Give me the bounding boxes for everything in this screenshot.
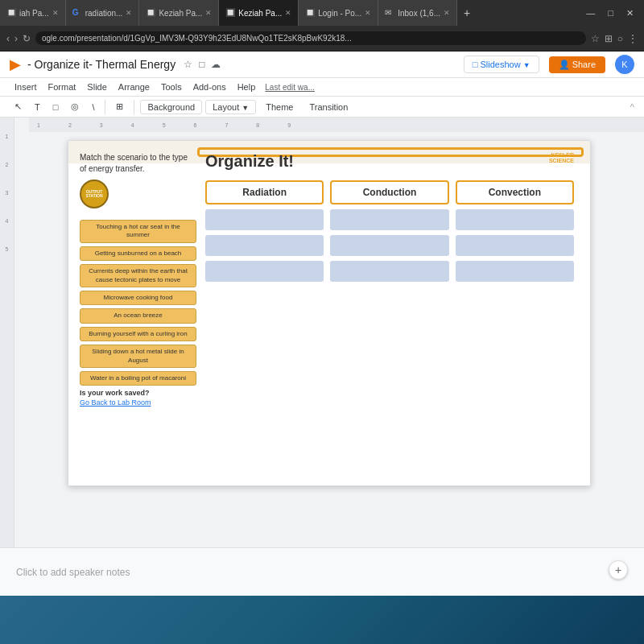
toolbar-text[interactable]: T bbox=[30, 100, 45, 114]
col-radiation: Radiation bbox=[205, 180, 324, 204]
tab-6[interactable]: ✉ Inbox (1,6... ✕ bbox=[378, 0, 457, 26]
tab-4-icon: 🔲 bbox=[225, 8, 235, 18]
menu-arrange[interactable]: Arrange bbox=[114, 80, 155, 94]
scenario-1[interactable]: Touching a hot car seat in the summer bbox=[80, 220, 196, 243]
tab-1[interactable]: 🔲 iah Pa... ✕ bbox=[0, 0, 66, 26]
menu-format[interactable]: Format bbox=[43, 80, 81, 94]
answer-box-2-1[interactable] bbox=[205, 235, 324, 256]
expand-icon[interactable]: ^ bbox=[630, 102, 634, 112]
organize-header: Organize It! KESLER SCIENCE bbox=[205, 152, 574, 171]
organize-title: Organize It! bbox=[205, 152, 294, 171]
transition-button[interactable]: Transition bbox=[303, 101, 354, 114]
scenario-5[interactable]: An ocean breeze bbox=[80, 308, 196, 323]
new-tab-button[interactable]: + bbox=[457, 6, 477, 19]
url-input[interactable] bbox=[35, 31, 586, 45]
tab-5-icon: 🔲 bbox=[305, 8, 315, 18]
drive-icon[interactable]: □ bbox=[197, 57, 206, 72]
extension-icon[interactable]: ⊞ bbox=[605, 33, 613, 44]
toolbar-row: ↖ T □ ◎ \ ⊞ Background Layout ▼ Theme Tr… bbox=[0, 97, 644, 118]
settings-icon[interactable]: ⋮ bbox=[628, 33, 638, 44]
user-avatar[interactable]: K bbox=[615, 55, 634, 74]
answer-box-2-2[interactable] bbox=[330, 235, 448, 256]
toolbar-cursor[interactable]: ↖ bbox=[10, 99, 27, 114]
left-ruler: 1 2 3 4 5 bbox=[0, 118, 14, 596]
answer-box-2-3[interactable] bbox=[456, 235, 574, 256]
ruler-tick-1: 1 bbox=[6, 134, 9, 139]
tab-5[interactable]: 🔲 Login - Po... ✕ bbox=[299, 0, 378, 26]
back-button[interactable]: ‹ bbox=[6, 33, 10, 44]
col-convection: Convection bbox=[456, 180, 574, 204]
menu-tools[interactable]: Tools bbox=[156, 80, 187, 94]
star-icon[interactable]: ☆ bbox=[182, 57, 194, 72]
ruler-tick-2: 2 bbox=[6, 162, 9, 167]
tab-3-close[interactable]: ✕ bbox=[205, 9, 212, 17]
slide-left-column: Match the scenario to the type of energy… bbox=[80, 152, 196, 407]
scenario-7[interactable]: Sliding down a hot metal slide in August bbox=[80, 345, 196, 368]
slides-app: ▶ - Organize it- Thermal Energy ☆ □ ☁ □ … bbox=[0, 52, 644, 596]
go-back-link[interactable]: Go Back to Lab Room bbox=[80, 398, 196, 407]
scenario-8[interactable]: Water in a boiling pot of macaroni bbox=[80, 371, 196, 386]
tab-2-close[interactable]: ✕ bbox=[126, 9, 132, 17]
menu-insert[interactable]: Insert bbox=[10, 80, 42, 94]
tab-6-icon: ✉ bbox=[385, 8, 394, 18]
layout-button[interactable]: Layout ▼ bbox=[205, 100, 256, 114]
refresh-button[interactable]: ↻ bbox=[23, 33, 31, 44]
slideshow-button[interactable]: □ Slideshow ▼ bbox=[464, 56, 539, 73]
last-edit-text[interactable]: Last edit wa... bbox=[265, 83, 315, 92]
answer-box-3-3[interactable] bbox=[456, 261, 574, 282]
tab-4[interactable]: 🔲 Keziah Pa... ✕ bbox=[219, 0, 299, 26]
answer-box-1-2[interactable] bbox=[330, 209, 448, 230]
slide-content: Match the scenario to the type of energy… bbox=[68, 141, 590, 163]
main-area: 1 2 3 4 5 1 2 3 4 5 6 7 8 bbox=[0, 118, 644, 596]
tab-3[interactable]: 🔲 Keziah Pa... ✕ bbox=[139, 0, 219, 26]
scenario-2[interactable]: Getting sunburned on a beach bbox=[80, 246, 196, 261]
cloud-icon[interactable]: ☁ bbox=[209, 57, 222, 72]
answer-box-1-1[interactable] bbox=[205, 209, 324, 230]
menu-slide[interactable]: Slide bbox=[82, 80, 111, 94]
tab-2-icon: G bbox=[72, 8, 82, 18]
bookmark-icon[interactable]: ☆ bbox=[591, 33, 600, 44]
notes-text[interactable]: Click to add speaker notes bbox=[16, 567, 130, 578]
answer-box-3-1[interactable] bbox=[205, 261, 324, 282]
scenario-3[interactable]: Currents deep within the earth that caus… bbox=[80, 264, 196, 287]
share-button[interactable]: 👤 Share bbox=[549, 56, 605, 73]
toolbar-shape[interactable]: □ bbox=[48, 100, 64, 114]
toolbar-line[interactable]: \ bbox=[87, 100, 99, 114]
slideshow-icon: □ bbox=[473, 60, 478, 69]
maximize-button[interactable]: □ bbox=[604, 6, 617, 19]
tab-5-close[interactable]: ✕ bbox=[365, 9, 371, 17]
forward-button[interactable]: › bbox=[14, 33, 18, 44]
answer-row-3 bbox=[205, 261, 574, 282]
answer-box-1-3[interactable] bbox=[456, 209, 574, 230]
toolbar-slide-btn[interactable]: ⊞ bbox=[111, 99, 128, 114]
address-bar: ‹ › ↻ ☆ ⊞ ○ ⋮ bbox=[0, 26, 644, 52]
menu-addons[interactable]: Add-ons bbox=[188, 80, 231, 94]
scenario-4[interactable]: Microwave cooking food bbox=[80, 291, 196, 305]
close-button[interactable]: ✕ bbox=[622, 6, 638, 20]
scenario-6[interactable]: Burning yourself with a curling iron bbox=[80, 327, 196, 341]
answer-row-2 bbox=[205, 235, 574, 256]
title-icons: ☆ □ ☁ bbox=[182, 57, 222, 72]
notes-plus-button[interactable]: + bbox=[609, 560, 628, 580]
share-icon: 👤 bbox=[559, 60, 570, 69]
tab-6-close[interactable]: ✕ bbox=[444, 9, 450, 17]
slide[interactable]: Match the scenario to the type of energy… bbox=[68, 140, 591, 486]
kesler-logo: KESLER SCIENCE bbox=[549, 152, 574, 163]
slides-logo: ▶ bbox=[10, 56, 21, 73]
toolbar-more[interactable]: ◎ bbox=[66, 99, 84, 114]
profile-icon[interactable]: ○ bbox=[617, 33, 623, 44]
minimize-button[interactable]: — bbox=[582, 6, 599, 19]
window-controls: — □ ✕ bbox=[582, 6, 644, 20]
tab-1-icon: 🔲 bbox=[6, 8, 16, 18]
tab-4-close[interactable]: ✕ bbox=[285, 9, 291, 17]
background-button[interactable]: Background bbox=[140, 100, 202, 114]
answer-box-3-2[interactable] bbox=[330, 261, 448, 282]
output-badge: OUTPUT STATION bbox=[80, 180, 109, 208]
slides-title: - Organize it- Thermal Energy bbox=[27, 58, 175, 71]
slides-header: ▶ - Organize it- Thermal Energy ☆ □ ☁ □ … bbox=[0, 52, 644, 78]
tab-1-close[interactable]: ✕ bbox=[52, 9, 59, 17]
tab-2[interactable]: G radiation... ✕ bbox=[66, 0, 140, 26]
theme-button[interactable]: Theme bbox=[259, 101, 299, 114]
vertical-ruler: 1 2 3 4 5 bbox=[0, 118, 14, 596]
menu-help[interactable]: Help bbox=[233, 80, 261, 94]
